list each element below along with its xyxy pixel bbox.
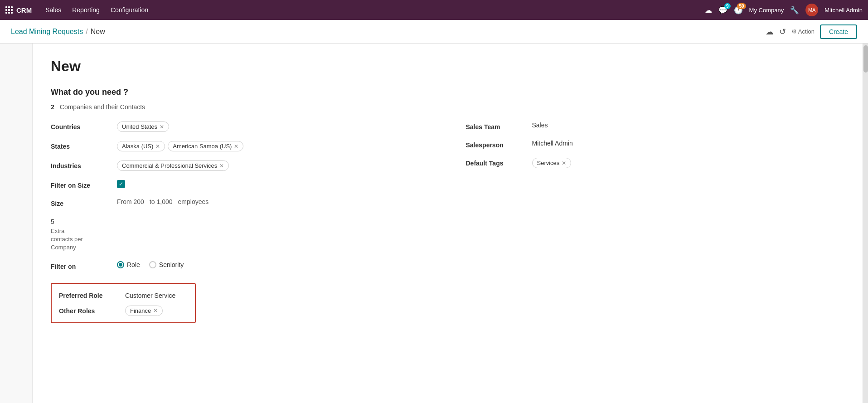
country-tag-us-remove[interactable]: ✕: [160, 124, 164, 130]
preferred-role-label: Preferred Role: [59, 290, 118, 299]
scrollbar[interactable]: [863, 44, 868, 403]
countries-value: United States ✕: [117, 121, 430, 132]
salesperson-row: Salesperson Mitchell Admin: [466, 140, 845, 149]
breadcrumb-parent[interactable]: Lead Mining Requests: [11, 28, 83, 36]
filter-size-checkbox[interactable]: [117, 180, 125, 188]
filter-on-label: Filter on: [51, 261, 110, 270]
countries-row: Countries United States ✕: [51, 121, 430, 132]
app-name: CRM: [16, 6, 32, 14]
industry-tag-remove[interactable]: ✕: [219, 163, 224, 169]
filter-on-row: Filter on Role Seniority: [51, 261, 430, 270]
industries-label: Industries: [51, 160, 110, 170]
other-roles-value: Finance ✕: [125, 306, 188, 316]
tag-services[interactable]: Services ✕: [532, 158, 572, 168]
sales-team-label: Sales Team: [466, 121, 525, 131]
preferred-role-text: Customer Service: [125, 290, 175, 299]
top-navigation: CRM Sales Reporting Configuration ☁ 💬 9 …: [0, 0, 868, 20]
form-left: Countries United States ✕ States Alaska …: [51, 121, 430, 323]
size-range: From 200 to 1,000 employees: [117, 198, 209, 205]
industry-tag-commercial[interactable]: Commercial & Professional Services ✕: [117, 160, 229, 171]
states-label: States: [51, 141, 110, 150]
breadcrumb-current: New: [91, 28, 105, 36]
other-role-tag-finance-remove[interactable]: ✕: [153, 307, 158, 314]
scrollbar-thumb[interactable]: [863, 45, 868, 73]
clock-icon[interactable]: 🕐 50: [734, 6, 743, 15]
state-tag-alaska-text: Alaska (US): [122, 143, 153, 150]
states-value: Alaska (US) ✕ American Samoa (US) ✕: [117, 141, 430, 151]
user-name[interactable]: Mitchell Admin: [824, 7, 863, 14]
companies-count: 2: [51, 103, 54, 111]
default-tags-value: Services ✕: [532, 158, 572, 168]
other-role-tag-finance[interactable]: Finance ✕: [125, 306, 163, 316]
filter-on-value: Role Seniority: [117, 261, 430, 268]
preferred-role-row: Preferred Role Customer Service: [59, 290, 188, 299]
tag-services-remove[interactable]: ✕: [562, 160, 566, 166]
country-tag-us-text: United States: [122, 123, 157, 130]
app-logo[interactable]: CRM: [5, 6, 32, 14]
size-from: From 200: [117, 198, 144, 205]
industry-tag-text: Commercial & Professional Services: [122, 162, 217, 169]
state-tag-alaska-remove[interactable]: ✕: [155, 143, 160, 150]
wrench-icon[interactable]: 🔧: [790, 6, 799, 15]
company-name[interactable]: My Company: [749, 7, 784, 14]
top-right-actions: ☁ 💬 9 🕐 50 My Company 🔧 MA Mitchell Admi…: [705, 4, 863, 16]
filter-size-value: [117, 180, 430, 188]
create-button[interactable]: Create: [820, 24, 857, 39]
countries-label: Countries: [51, 121, 110, 131]
form-right: Sales Team Sales Salesperson Mitchell Ad…: [466, 121, 845, 323]
top-menu: Sales Reporting Configuration: [41, 5, 153, 15]
upload-icon-button[interactable]: ☁: [766, 27, 774, 37]
size-label: Size: [51, 198, 110, 207]
radio-role[interactable]: Role: [117, 261, 140, 268]
tag-services-text: Services: [537, 160, 560, 166]
state-tag-samoa[interactable]: American Samoa (US) ✕: [168, 141, 243, 151]
form-grid: Countries United States ✕ States Alaska …: [51, 121, 844, 323]
filter-size-label: Filter on Size: [51, 180, 110, 189]
size-row: Size From 200 to 1,000 employees: [51, 198, 430, 207]
sales-team-row: Sales Team Sales: [466, 121, 845, 131]
sub-line: 2 Companies and their Contacts: [51, 103, 844, 111]
avatar[interactable]: MA: [805, 4, 818, 16]
other-roles-row: Other Roles Finance ✕: [59, 306, 188, 316]
state-tag-samoa-remove[interactable]: ✕: [234, 143, 238, 150]
cloud-icon[interactable]: ☁: [705, 6, 712, 15]
clock-badge: 50: [737, 3, 746, 9]
menu-sales[interactable]: Sales: [41, 5, 66, 15]
radio-seniority[interactable]: Seniority: [149, 261, 184, 268]
content-area: New What do you need ? 2 Companies and t…: [33, 44, 863, 403]
country-tag-us[interactable]: United States ✕: [117, 121, 169, 132]
radio-group: Role Seniority: [117, 261, 184, 268]
sidebar-left: [0, 44, 33, 403]
breadcrumb-actions: ☁ ↺ ⚙ Action Create: [766, 24, 857, 39]
chat-icon[interactable]: 💬 9: [718, 6, 727, 15]
extra-contacts-row: 5 Extra contacts per Company: [51, 216, 430, 252]
menu-configuration[interactable]: Configuration: [106, 5, 153, 15]
refresh-icon-button[interactable]: ↺: [779, 27, 786, 37]
breadcrumb-separator: /: [86, 28, 87, 36]
preferred-role-value: Customer Service: [125, 290, 188, 299]
filter-size-row: Filter on Size: [51, 180, 430, 189]
salesperson-value: Mitchell Admin: [532, 140, 573, 147]
radio-seniority-label: Seniority: [159, 261, 184, 268]
breadcrumb-bar: Lead Mining Requests / New ☁ ↺ ⚙ Action …: [0, 20, 868, 44]
menu-reporting[interactable]: Reporting: [68, 5, 104, 15]
grid-icon: [5, 6, 13, 14]
state-tag-samoa-text: American Samoa (US): [173, 143, 232, 150]
sales-team-value: Sales: [532, 121, 548, 129]
state-tag-alaska[interactable]: Alaska (US) ✕: [117, 141, 165, 151]
companies-label: Companies and their Contacts: [60, 103, 145, 111]
other-role-tag-finance-text: Finance: [130, 307, 151, 314]
radio-seniority-circle: [149, 261, 156, 268]
extra-count: 5: [51, 216, 110, 225]
action-button[interactable]: ⚙ Action: [791, 28, 815, 35]
highlight-box: Preferred Role Customer Service Other Ro…: [51, 283, 196, 323]
size-value: From 200 to 1,000 employees: [117, 198, 430, 205]
chat-badge: 9: [724, 3, 731, 9]
industries-value: Commercial & Professional Services ✕: [117, 160, 430, 171]
section-title: What do you need ?: [51, 87, 844, 97]
radio-role-label: Role: [127, 261, 140, 268]
extra-contacts-label: Extra contacts per Company: [51, 227, 110, 252]
radio-role-circle: [117, 261, 124, 268]
size-to: to 1,000: [150, 198, 173, 205]
states-row: States Alaska (US) ✕ American Samoa (US)…: [51, 141, 430, 151]
